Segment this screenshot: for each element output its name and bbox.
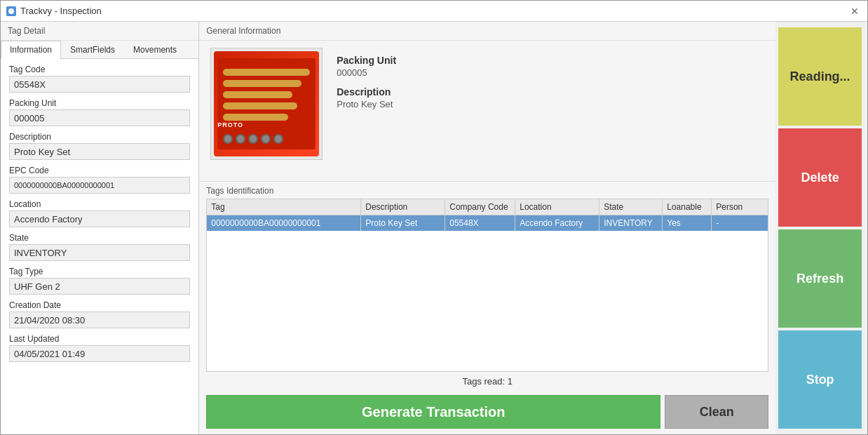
wrench-line-5: [223, 114, 288, 121]
tags-section: Tags Identification Tag Description Comp…: [199, 181, 775, 395]
tab-smartfields[interactable]: SmartFields: [61, 41, 124, 58]
delete-button[interactable]: Delete: [778, 128, 862, 227]
general-info-header: General Information: [199, 22, 775, 41]
svg-point-0: [8, 8, 14, 14]
generate-transaction-button[interactable]: Generate Transaction: [206, 395, 660, 429]
field-description: Description Proto Key Set: [9, 132, 190, 160]
state-value: INVENTORY: [9, 244, 190, 261]
last-updated-label: Last Updated: [9, 334, 190, 344]
field-tag-type: Tag Type UHF Gen 2: [9, 267, 190, 295]
product-description-row: Description Proto Key Set: [337, 86, 764, 109]
field-last-updated: Last Updated 04/05/2021 01:49: [9, 334, 190, 362]
wrench-line-4: [223, 102, 297, 109]
field-state: State INVENTORY: [9, 233, 190, 261]
field-tag-code: Tag Code 05548X: [9, 65, 190, 93]
window-title: Trackvy - Inspection: [20, 6, 102, 16]
location-label: Location: [9, 199, 190, 209]
row-loanable: Yes: [663, 215, 712, 231]
creation-date-value: 21/04/2020 08:30: [9, 312, 190, 328]
table-row[interactable]: 0000000000BA00000000001 Proto Key Set 05…: [207, 215, 768, 231]
product-packing-unit-value: 000005: [337, 67, 764, 78]
close-button[interactable]: ✕: [848, 4, 862, 18]
product-details: Packing Unit 000005 Description Proto Ke…: [337, 48, 764, 174]
row-description: Proto Key Set: [361, 215, 445, 231]
row-state: INVENTORY: [599, 215, 663, 231]
wrench-line-3: [223, 91, 292, 98]
refresh-button[interactable]: Refresh: [778, 229, 862, 328]
col-loanable: Loanable: [663, 199, 712, 215]
epc-code-label: EPC Code: [9, 166, 190, 175]
wrench-line-1: [223, 69, 310, 76]
col-description: Description: [361, 199, 445, 215]
proto-label: PROTO: [217, 121, 243, 128]
title-bar: Trackvy - Inspection ✕: [1, 1, 867, 22]
wrench-circles: [223, 134, 283, 144]
packing-unit-label: Packing Unit: [9, 98, 190, 108]
packing-unit-value: 000005: [9, 109, 190, 126]
right-panel: General Information: [199, 22, 775, 434]
product-image: PROTO: [214, 51, 319, 156]
product-packing-unit-label: Packing Unit: [337, 55, 764, 66]
tag-type-value: UHF Gen 2: [9, 278, 190, 295]
col-person: Person: [712, 199, 768, 215]
table-rows-container: 0000000000BA00000000001 Proto Key Set 05…: [207, 215, 768, 371]
col-state: State: [599, 199, 663, 215]
tab-movements[interactable]: Movements: [124, 41, 186, 58]
product-image-inner: PROTO: [217, 58, 316, 149]
bottom-area: Generate Transaction Clean: [199, 395, 775, 434]
tags-identification-header: Tags Identification: [206, 182, 768, 199]
state-label: State: [9, 233, 190, 243]
left-panel: Tag Detail Information SmartFields Movem…: [1, 22, 199, 434]
tags-count: Tags read: 1: [206, 372, 768, 391]
product-description-label: Description: [337, 86, 764, 98]
tags-table: Tag Description Company Code Location St…: [206, 199, 768, 372]
fields-container: Tag Code 05548X Packing Unit 000005 Desc…: [1, 59, 198, 434]
row-person: -: [712, 215, 768, 231]
tag-code-value: 05548X: [9, 76, 190, 93]
table-header-row: Tag Description Company Code Location St…: [207, 199, 768, 215]
row-tag: 0000000000BA00000000001: [207, 215, 361, 231]
product-description-value: Proto Key Set: [337, 99, 764, 109]
main-content: Tag Detail Information SmartFields Movem…: [1, 22, 867, 434]
wrench-circle-5: [273, 134, 283, 144]
wrench-lines: [223, 69, 310, 125]
product-image-box: PROTO: [210, 48, 323, 160]
wrench-circle-1: [223, 134, 233, 144]
field-packing-unit: Packing Unit 000005: [9, 98, 190, 126]
tab-information[interactable]: Information: [1, 41, 61, 59]
tag-type-label: Tag Type: [9, 267, 190, 276]
row-location: Accendo Factory: [515, 215, 599, 231]
action-buttons-panel: Reading... Delete Refresh Stop: [775, 22, 867, 434]
wrench-circle-3: [248, 134, 258, 144]
tag-code-label: Tag Code: [9, 65, 190, 74]
wrench-line-2: [223, 80, 301, 87]
description-value: Proto Key Set: [9, 143, 190, 160]
tabs-container: Information SmartFields Movements: [1, 41, 198, 59]
title-bar-left: Trackvy - Inspection: [6, 6, 102, 16]
product-packing-unit-row: Packing Unit 000005: [337, 55, 764, 78]
general-info-body: PROTO Packing Unit 000005 Description Pr…: [199, 41, 775, 181]
row-company-code: 05548X: [445, 215, 515, 231]
col-location: Location: [515, 199, 599, 215]
wrench-circle-2: [236, 134, 245, 144]
field-creation-date: Creation Date 21/04/2020 08:30: [9, 300, 190, 328]
stop-button[interactable]: Stop: [778, 330, 862, 429]
col-tag: Tag: [207, 199, 361, 215]
location-value: Accendo Factory: [9, 210, 190, 227]
col-company-code: Company Code: [445, 199, 515, 215]
last-updated-value: 04/05/2021 01:49: [9, 345, 190, 362]
wrench-circle-4: [261, 134, 271, 144]
field-location: Location Accendo Factory: [9, 199, 190, 227]
main-window: Trackvy - Inspection ✕ Tag Detail Inform…: [0, 0, 868, 435]
field-epc-code: EPC Code 0000000000BA00000000001: [9, 166, 190, 194]
creation-date-label: Creation Date: [9, 300, 190, 310]
clean-button[interactable]: Clean: [665, 395, 768, 429]
reading-button[interactable]: Reading...: [778, 27, 862, 126]
description-label: Description: [9, 132, 190, 142]
tag-detail-header: Tag Detail: [1, 22, 198, 41]
epc-code-value: 0000000000BA00000000001: [9, 177, 190, 194]
app-icon: [6, 6, 16, 16]
